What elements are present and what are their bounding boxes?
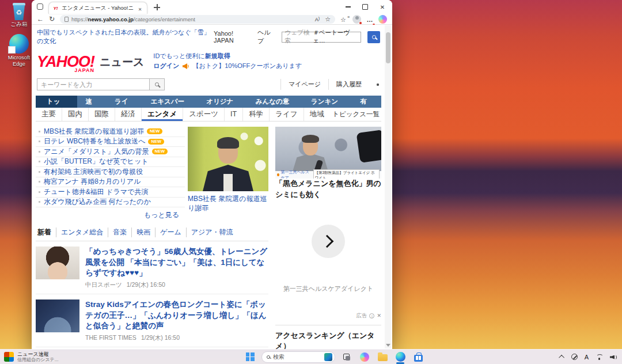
browser-tab[interactable]: エンタメニュース - Yahoo!ニュース	[48, 2, 147, 14]
primary-nav-item[interactable]: 有料	[352, 96, 381, 108]
store-button[interactable]	[412, 350, 424, 364]
topic-item[interactable]: アニメ「メダリスト」人気の背景 NEW	[36, 147, 185, 157]
article-title[interactable]: 「めっちゃきつそう」56歳人気女優、トレーニング風景を公開 「本当にすごい」「美…	[85, 247, 268, 279]
topic-link[interactable]: アニメ「メダリスト」人気の背景	[44, 147, 149, 157]
page-scrollbar[interactable]	[385, 25, 391, 348]
article-filter-tab[interactable]: 新着	[36, 227, 56, 237]
subnav-item[interactable]: 国内	[62, 108, 88, 121]
primary-nav-item[interactable]: 速報	[77, 96, 106, 108]
web-search-input[interactable]: ウェブ検索 ＃ベートーヴェ…	[282, 32, 362, 43]
topic-link[interactable]: 梅宮アンナ 再婚8カ月のリアル	[44, 177, 141, 187]
settings-menu-icon[interactable]	[366, 14, 374, 24]
keyword-search-button[interactable]	[150, 78, 165, 90]
page-info-icon[interactable]	[65, 17, 69, 22]
ad-close-icon[interactable]: ✕	[377, 313, 381, 318]
profile-avatar[interactable]	[352, 15, 361, 24]
subnav-item[interactable]: 科学	[242, 108, 269, 121]
topic-link[interactable]: 小説「BUTTER」なぜ英でヒット	[44, 157, 149, 166]
topics-photo-block[interactable]: MBS社長 衆院選の報道巡り謝罪	[188, 127, 268, 220]
topics-index-link[interactable]: トピックス一覧	[332, 110, 381, 119]
topics-photo[interactable]	[188, 127, 268, 191]
topic-item[interactable]: 有村架純 主演映画で初の母親役	[36, 167, 185, 177]
start-button[interactable]	[244, 350, 256, 364]
topic-link[interactable]: 水ダウ飛び込み企画 何だったのか	[44, 197, 151, 207]
taskbar-search[interactable]: 検索	[261, 351, 335, 363]
subnav-item[interactable]: IT	[224, 108, 242, 121]
ad-image[interactable]: 第一三共ヘルスケア 【第3類医薬品】ブライトエイジ ホワイト	[275, 127, 381, 179]
keyword-search-input[interactable]	[37, 78, 150, 90]
article-filter-tab[interactable]: 映画	[131, 227, 155, 237]
article-thumbnail[interactable]	[36, 247, 79, 279]
article-filter-tab[interactable]: ゲーム	[155, 227, 186, 237]
new-tab-button[interactable]	[154, 4, 160, 10]
topics-photo-caption[interactable]: MBS社長 衆院選の報道巡り謝罪	[188, 195, 268, 213]
coupon-link[interactable]: 【おトク】10%OFFクーポンあります	[192, 61, 302, 71]
reload-icon[interactable]: ↻	[49, 16, 55, 22]
subnav-item[interactable]: エンタメ	[141, 108, 183, 121]
widgets-button[interactable]: ニュース速報 信用組合のシステ...	[4, 350, 58, 364]
tray-overflow-button[interactable]	[560, 355, 564, 359]
subnav-item[interactable]: スポーツ	[183, 108, 224, 121]
address-bar[interactable]: https://news.yahoo.co.jp/categories/ente…	[60, 15, 335, 24]
scrollbar-down-arrow[interactable]	[386, 344, 390, 347]
subnav-item[interactable]: 主要	[36, 108, 62, 121]
subnav-item[interactable]: 経済	[115, 108, 141, 121]
minimize-button[interactable]	[339, 0, 356, 14]
login-link[interactable]: ログイン	[153, 61, 179, 71]
signup-link[interactable]: 新規取得	[205, 52, 230, 59]
task-view-button[interactable]	[340, 350, 353, 364]
ad-next-button[interactable]	[312, 225, 345, 258]
article-filter-tab[interactable]: 音楽	[108, 227, 131, 237]
primary-nav-item[interactable]: ランキング	[303, 96, 352, 108]
ad-info-icon[interactable]: i	[369, 313, 374, 318]
promo-headline-link[interactable]: 中国でもリスペクトされた日本の表現。紙舟がつなぐ「雪」の文化	[37, 28, 214, 46]
subnav-item[interactable]: 地域	[304, 108, 330, 121]
article-row[interactable]: 「めっちゃきつそう」56歳人気女優、トレーニング風景を公開 「本当にすごい」「美…	[36, 241, 268, 294]
topic-link[interactable]: 日テレ WBC特番を地上波放送へ	[44, 136, 145, 146]
article-filter-tab[interactable]: エンタメ総合	[56, 227, 108, 237]
topic-item[interactable]: 日テレ WBC特番を地上波放送へ NEW	[36, 137, 185, 147]
volume-button[interactable]	[610, 354, 617, 360]
primary-nav-item[interactable]: オリジナル	[198, 96, 247, 108]
edge-taskbar-button[interactable]	[394, 350, 407, 364]
ime-indicator[interactable]: A	[585, 354, 589, 361]
network-button[interactable]	[596, 354, 603, 360]
article-row[interactable]: Stray Kidsアイエンの春色ロングコート姿に「ボッテガの王子…」「ふんわり…	[36, 294, 268, 347]
close-button[interactable]	[374, 0, 391, 14]
favorite-star-icon[interactable]	[325, 16, 331, 23]
topic-item[interactable]: チュート徳井&福田 ドラマで共演	[36, 187, 185, 198]
topic-item[interactable]: 梅宮アンナ 再婚8カ月のリアル	[36, 177, 185, 188]
help-link[interactable]: ヘルプ	[257, 28, 275, 46]
article-title[interactable]: Stray Kidsアイエンの春色ロングコート姿に「ボッテガの王子…」「ふんわり…	[85, 299, 268, 332]
back-icon[interactable]: ←	[37, 16, 44, 22]
topic-link[interactable]: MBS社長 衆院選の報道巡り謝罪	[44, 127, 144, 136]
topic-item[interactable]: 小説「BUTTER」なぜ英でヒット	[36, 157, 185, 168]
scrollbar-thumb[interactable]	[386, 32, 390, 63]
do-not-disturb-button[interactable]	[571, 354, 578, 360]
subnav-item[interactable]: 国際	[88, 108, 115, 121]
primary-nav-item[interactable]: エキスパート	[142, 96, 198, 108]
trending-term[interactable]: ＃ベートーヴェ…	[313, 29, 358, 45]
article-filter-tab[interactable]: アジア・韓流	[186, 227, 238, 237]
desktop-icon-edge[interactable]: Microsoft Edge	[2, 34, 36, 67]
subnav-item[interactable]: ライフ	[269, 108, 303, 121]
desktop-icon-recycle-bin[interactable]: ♻ ごみ箱	[2, 3, 36, 27]
primary-nav-item[interactable]: トップ	[36, 96, 77, 108]
primary-nav-item[interactable]: みんなの意見	[248, 96, 303, 108]
favorites-icon[interactable]	[340, 14, 348, 24]
file-explorer-button[interactable]	[376, 350, 389, 364]
mypage-link[interactable]: マイページ	[280, 79, 328, 90]
maximize-button[interactable]	[356, 0, 374, 14]
topic-link[interactable]: 有村架純 主演映画で初の母親役	[44, 167, 143, 177]
topic-item[interactable]: MBS社長 衆院選の報道巡り謝罪 NEW	[36, 127, 185, 137]
ad-headline-link[interactable]: 「黒色メラニンを無色化」男のシミにも効く	[275, 179, 381, 199]
primary-nav-item[interactable]: ライブ	[107, 96, 142, 108]
topic-link[interactable]: チュート徳井&福田 ドラマで共演	[44, 187, 148, 197]
yahoo-japan-link[interactable]: Yahoo! JAPAN	[214, 30, 251, 44]
article-thumbnail[interactable]	[36, 299, 79, 332]
tab-actions-icon[interactable]	[37, 3, 43, 10]
yahoo-news-logo[interactable]: YAHOO! JAPAN ニュース	[37, 55, 144, 71]
copilot-icon[interactable]	[378, 15, 387, 24]
tab-close-icon[interactable]	[136, 5, 143, 12]
copilot-button[interactable]	[358, 350, 371, 364]
